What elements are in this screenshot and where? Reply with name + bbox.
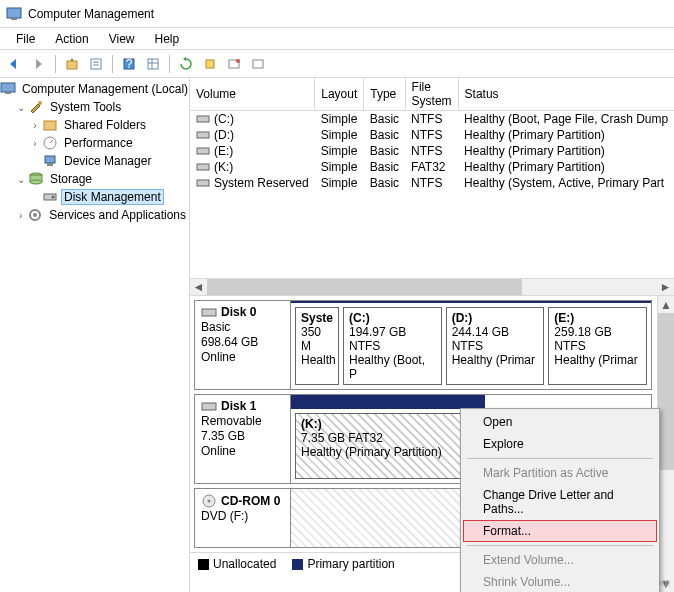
menu-format[interactable]: Format... xyxy=(463,520,657,542)
tools-icon xyxy=(28,99,44,115)
svg-rect-2 xyxy=(67,61,77,69)
menu-action[interactable]: Action xyxy=(45,30,98,47)
title-bar: Computer Management xyxy=(0,0,674,28)
context-menu: Open Explore Mark Partition as Active Ch… xyxy=(460,408,660,592)
forward-button[interactable] xyxy=(28,53,50,75)
menu-separator xyxy=(467,458,653,459)
disk-info: Disk 1 Removable 7.35 GB Online xyxy=(195,395,291,483)
disk-icon xyxy=(201,307,217,319)
expand-icon[interactable]: › xyxy=(28,120,42,131)
tree-system-tools[interactable]: ⌄ System Tools xyxy=(0,98,189,116)
svg-rect-32 xyxy=(197,148,209,154)
partition[interactable]: (D:) 244.14 GB NTFS Healthy (Primar xyxy=(446,307,545,385)
refresh-button[interactable] xyxy=(175,53,197,75)
svg-text:?: ? xyxy=(126,57,133,71)
tree-device-manager[interactable]: Device Manager xyxy=(0,152,189,170)
svg-rect-15 xyxy=(1,83,15,92)
menu-explore[interactable]: Explore xyxy=(463,433,657,455)
tree-services-apps[interactable]: › Services and Applications xyxy=(0,206,189,224)
expand-icon[interactable]: › xyxy=(28,138,42,149)
partition[interactable]: Syste 350 M Health xyxy=(295,307,339,385)
menu-view[interactable]: View xyxy=(99,30,145,47)
help-button[interactable]: ? xyxy=(118,53,140,75)
action-button[interactable] xyxy=(199,53,221,75)
disk-icon xyxy=(201,401,217,413)
navigation-tree[interactable]: Computer Management (Local) ⌄ System Too… xyxy=(0,78,190,592)
disk-info: Disk 0 Basic 698.64 GB Online xyxy=(195,301,291,389)
menu-help[interactable]: Help xyxy=(145,30,190,47)
svg-point-29 xyxy=(33,213,37,217)
performance-icon xyxy=(42,135,58,151)
tree-performance[interactable]: › Performance xyxy=(0,134,189,152)
svg-rect-31 xyxy=(197,132,209,138)
partition-selected[interactable]: (K:) 7.35 GB FAT32 Healthy (Primary Part… xyxy=(295,413,478,479)
tree-storage[interactable]: ⌄ Storage xyxy=(0,170,189,188)
svg-rect-11 xyxy=(206,60,214,68)
more-button[interactable] xyxy=(247,53,269,75)
volume-row[interactable]: System ReservedSimpleBasicNTFSHealthy (S… xyxy=(190,175,674,191)
device-icon xyxy=(42,153,58,169)
properties-button[interactable] xyxy=(85,53,107,75)
svg-rect-0 xyxy=(7,8,21,18)
app-icon xyxy=(6,6,22,22)
storage-icon xyxy=(28,171,44,187)
expand-icon[interactable]: › xyxy=(14,210,27,221)
legend-swatch-unallocated xyxy=(198,559,209,570)
scroll-up-icon[interactable]: ▲ xyxy=(658,296,674,313)
svg-rect-1 xyxy=(11,18,17,20)
tree-disk-management[interactable]: Disk Management xyxy=(0,188,189,206)
volume-row[interactable]: (D:)SimpleBasicNTFSHealthy (Primary Part… xyxy=(190,127,674,143)
volume-icon xyxy=(196,114,210,124)
volume-icon xyxy=(196,178,210,188)
toolbar: ? xyxy=(0,50,674,78)
disk-info: CD-ROM 0 DVD (F:) xyxy=(195,489,291,547)
svg-point-25 xyxy=(30,180,42,184)
computer-icon xyxy=(0,81,16,97)
svg-rect-8 xyxy=(148,59,158,69)
menu-extend[interactable]: Extend Volume... xyxy=(463,549,657,571)
expand-icon[interactable]: ⌄ xyxy=(14,102,28,113)
partition[interactable]: (C:) 194.97 GB NTFS Healthy (Boot, P xyxy=(343,307,442,385)
svg-point-38 xyxy=(208,500,211,503)
menu-change-letter[interactable]: Change Drive Letter and Paths... xyxy=(463,484,657,520)
disk-row[interactable]: Disk 0 Basic 698.64 GB Online Syste 350 … xyxy=(194,300,652,390)
svg-rect-14 xyxy=(253,60,263,68)
window-title: Computer Management xyxy=(28,7,154,21)
volume-icon xyxy=(196,162,210,172)
menu-bar: File Action View Help xyxy=(0,28,674,50)
volume-list[interactable]: Volume Layout Type File System Status (C… xyxy=(190,78,674,278)
up-button[interactable] xyxy=(61,53,83,75)
volume-icon xyxy=(196,146,210,156)
horizontal-scrollbar[interactable]: ◄ ► xyxy=(190,278,674,295)
scroll-left-icon[interactable]: ◄ xyxy=(190,279,207,295)
folder-icon xyxy=(42,117,58,133)
scroll-thumb[interactable] xyxy=(207,279,522,295)
volume-row[interactable]: (E:)SimpleBasicNTFSHealthy (Primary Part… xyxy=(190,143,674,159)
svg-point-27 xyxy=(52,196,55,199)
svg-point-13 xyxy=(236,59,240,63)
expand-icon[interactable]: ⌄ xyxy=(14,174,28,185)
tree-root[interactable]: Computer Management (Local) xyxy=(0,80,189,98)
col-fs[interactable]: File System xyxy=(405,78,458,111)
menu-shrink[interactable]: Shrink Volume... xyxy=(463,571,657,592)
scroll-right-icon[interactable]: ► xyxy=(657,279,674,295)
settings-button[interactable] xyxy=(223,53,245,75)
col-status[interactable]: Status xyxy=(458,78,674,111)
svg-rect-16 xyxy=(5,92,11,94)
volume-row[interactable]: (C:)SimpleBasicNTFSHealthy (Boot, Page F… xyxy=(190,111,674,128)
disk-icon xyxy=(42,189,58,205)
tree-shared-folders[interactable]: › Shared Folders xyxy=(0,116,189,134)
menu-open[interactable]: Open xyxy=(463,411,657,433)
list-view-button[interactable] xyxy=(142,53,164,75)
menu-file[interactable]: File xyxy=(6,30,45,47)
svg-point-17 xyxy=(38,101,42,105)
partition[interactable]: (E:) 259.18 GB NTFS Healthy (Primar xyxy=(548,307,647,385)
back-button[interactable] xyxy=(4,53,26,75)
col-type[interactable]: Type xyxy=(364,78,405,111)
menu-mark-active[interactable]: Mark Partition as Active xyxy=(463,462,657,484)
col-volume[interactable]: Volume xyxy=(190,78,315,111)
svg-rect-22 xyxy=(47,163,53,166)
col-layout[interactable]: Layout xyxy=(315,78,364,111)
scroll-thumb[interactable] xyxy=(658,313,674,470)
volume-row[interactable]: (K:)SimpleBasicFAT32Healthy (Primary Par… xyxy=(190,159,674,175)
